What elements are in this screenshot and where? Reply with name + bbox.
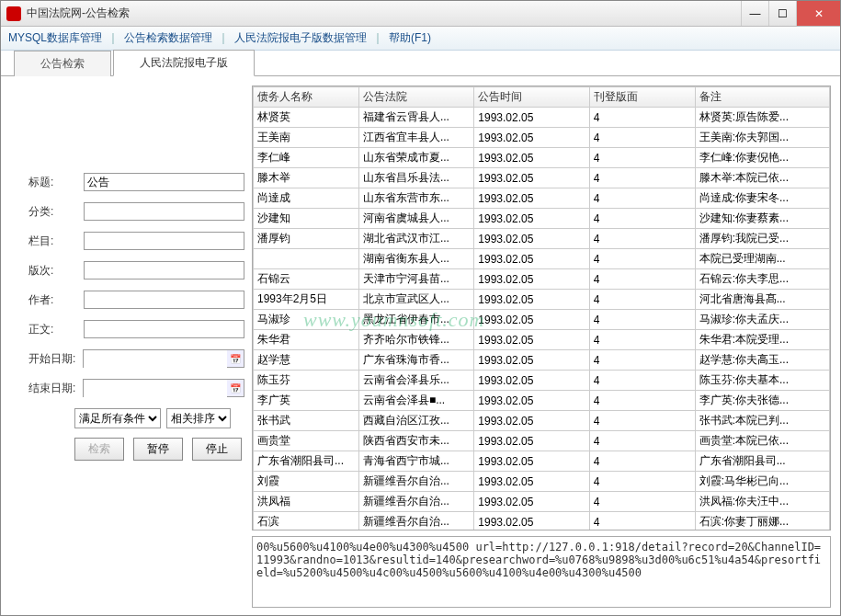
cell: 陈玉芬 (254, 371, 359, 391)
col-header[interactable]: 公告时间 (474, 87, 589, 108)
table-row[interactable]: 潘厚钧湖北省武汉市江...1993.02.054潘厚钧:我院已受... (254, 229, 830, 249)
table-row[interactable]: 石滨新疆维吾尔自治...1993.02.054石滨:你妻丁丽娜... (254, 512, 830, 531)
table-row[interactable]: 李仁峰山东省荣成市夏...1993.02.054李仁峰:你妻倪艳... (254, 148, 830, 168)
cell: 1993.02.05 (474, 391, 589, 411)
close-button[interactable]: ✕ (796, 1, 840, 26)
cell: 4 (589, 472, 695, 492)
calendar-icon[interactable]: 📅 (227, 350, 244, 367)
input-column[interactable] (84, 232, 244, 250)
calendar-icon[interactable]: 📅 (227, 380, 244, 396)
table-row[interactable]: 刘霞新疆维吾尔自治...1993.02.054刘霞:马华彬已向... (254, 472, 830, 492)
log-output[interactable]: 00%u5600%u4100%u4e00%u4300%u4500 url=htt… (252, 536, 831, 608)
table-row[interactable]: 洪凤福新疆维吾尔自治...1993.02.054洪凤福:你夫汪中... (254, 492, 830, 512)
col-header[interactable]: 债务人名称 (254, 87, 359, 108)
table-row[interactable]: 石锦云天津市宁河县苗...1993.02.054石锦云:你夫李思... (254, 269, 830, 290)
search-form: 标题: 分类: 栏目: 版次: 作者: 正文: (10, 86, 244, 608)
cell: 黑龙江省伊春市... (358, 310, 473, 330)
cell: 刘霞 (254, 472, 359, 492)
menu-renmin[interactable]: 人民法院报电子版数据管理 (233, 30, 369, 46)
cell: 张书武:本院已判... (695, 411, 829, 431)
input-author[interactable] (84, 291, 244, 309)
table-row[interactable]: 陈玉芬云南省会泽县乐...1993.02.054陈玉芬:你夫基本... (254, 371, 830, 391)
cell: 陈玉芬:你夫基本... (695, 371, 829, 391)
tab-renmin[interactable]: 人民法院报电子版 (113, 50, 255, 76)
cell: 湖北省武汉市江... (358, 229, 473, 249)
menu-help[interactable]: 帮助(F1) (387, 30, 433, 46)
table-row[interactable]: 张书武西藏自治区江孜...1993.02.054张书武:本院已判... (254, 411, 830, 431)
cell: 天津市宁河县苗... (358, 269, 473, 290)
table-row[interactable]: 广东省潮阳县司...青海省西宁市城...1993.02.054广东省潮阳县司..… (254, 451, 830, 472)
cell: 1993.02.05 (474, 431, 589, 451)
label-title: 标题: (28, 175, 84, 190)
menu-gonggao[interactable]: 公告检索数据管理 (122, 30, 214, 46)
col-header[interactable]: 备注 (695, 87, 829, 108)
cell: 4 (589, 350, 695, 371)
table-row[interactable]: 赵学慧广东省珠海市香...1993.02.054赵学慧:你夫高玉... (254, 350, 830, 371)
table-row[interactable]: 王美南江西省宜丰县人...1993.02.054王美南:你夫郭国... (254, 128, 830, 148)
label-edition: 版次: (28, 263, 84, 279)
table-row[interactable]: 朱华君齐齐哈尔市铁锋...1993.02.054朱华君:本院受理... (254, 330, 830, 350)
select-condition[interactable]: 满足所有条件 (74, 408, 161, 428)
input-end-date[interactable] (84, 380, 227, 398)
minimize-button[interactable]: — (741, 1, 768, 26)
cell: 林贤英 (254, 108, 359, 128)
cell: 尚達成:你妻宋冬... (695, 188, 829, 209)
cell: 1993.02.05 (474, 512, 589, 531)
col-header[interactable]: 刊登版面 (589, 87, 695, 108)
cell: 石滨 (254, 512, 359, 531)
label-column: 栏目: (28, 234, 84, 249)
table-row[interactable]: 马淑珍黑龙江省伊春市...1993.02.054马淑珍:你夫孟庆... (254, 310, 830, 330)
input-body[interactable] (84, 320, 244, 338)
cell: 4 (589, 209, 695, 229)
cell: 1993.02.05 (474, 411, 589, 431)
cell: 1993.02.05 (474, 451, 589, 472)
table-row[interactable]: 湖南省衡东县人...1993.02.054本院已受理湖南... (254, 249, 830, 269)
cell: 云南省会泽县乐... (358, 371, 473, 391)
search-button[interactable]: 检索 (74, 438, 124, 461)
cell: 石滨:你妻丁丽娜... (695, 512, 829, 531)
table-row[interactable]: 沙建知河南省虞城县人...1993.02.054沙建知:你妻蔡素... (254, 209, 830, 229)
col-header[interactable]: 公告法院 (358, 87, 473, 108)
table-row[interactable]: 李广英云南省会泽县■...1993.02.054李广英:你夫张德... (254, 391, 830, 411)
cell: 福建省云霄县人... (358, 108, 473, 128)
cell: 王美南:你夫郭国... (695, 128, 829, 148)
cell: 1993.02.05 (474, 330, 589, 350)
results-grid[interactable]: 债务人名称公告法院公告时间刊登版面备注 林贤英福建省云霄县人...1993.02… (252, 86, 831, 530)
cell: 1993.02.05 (474, 128, 589, 148)
table-row[interactable]: 画贵堂陕西省西安市未...1993.02.054画贵堂:本院已依... (254, 431, 830, 451)
table-row[interactable]: 滕木举山东省昌乐县法...1993.02.054滕木举:本院已依... (254, 168, 830, 188)
cell: 4 (589, 188, 695, 209)
input-start-date[interactable] (84, 350, 227, 369)
cell: 李广英 (254, 391, 359, 411)
cell: 1993.02.05 (474, 350, 589, 371)
cell: 新疆维吾尔自治... (358, 512, 473, 531)
window-title: 中国法院网-公告检索 (27, 6, 741, 21)
input-title[interactable] (84, 173, 244, 191)
cell: 1993.02.05 (474, 148, 589, 168)
cell: 1993.02.05 (474, 188, 589, 209)
menubar: MYSQL数据库管理 ｜ 公告检索数据管理 ｜ 人民法院报电子版数据管理 ｜ 帮… (1, 27, 840, 51)
tab-gonggao[interactable]: 公告检索 (14, 51, 111, 76)
cell: 4 (589, 108, 695, 128)
cell: 沙建知:你妻蔡素... (695, 209, 829, 229)
cell: 齐齐哈尔市铁锋... (358, 330, 473, 350)
menu-mysql[interactable]: MYSQL数据库管理 (6, 30, 104, 46)
maximize-button[interactable]: ☐ (768, 1, 796, 26)
cell: 4 (589, 128, 695, 148)
cell: 4 (589, 229, 695, 249)
cell: 广东省潮阳县司... (254, 451, 359, 472)
cell: 马淑珍:你夫孟庆... (695, 310, 829, 330)
input-category[interactable] (84, 202, 244, 221)
select-sort[interactable]: 相关排序 (166, 408, 231, 428)
cell: 1993.02.05 (474, 290, 589, 310)
stop-button[interactable]: 停止 (192, 438, 242, 461)
pause-button[interactable]: 暂停 (133, 438, 183, 461)
cell: 4 (589, 512, 695, 531)
cell: 本院已受理湖南... (695, 249, 829, 269)
input-edition[interactable] (84, 261, 244, 279)
table-row[interactable]: 林贤英福建省云霄县人...1993.02.054林贤英:原告陈爱... (254, 108, 830, 128)
table-row[interactable]: 尚達成山东省东营市东...1993.02.054尚達成:你妻宋冬... (254, 188, 830, 209)
table-row[interactable]: 1993年2月5日北京市宣武区人...1993.02.054河北省唐海县髙... (254, 290, 830, 310)
cell: 4 (589, 269, 695, 290)
cell: 陕西省西安市未... (358, 431, 473, 451)
